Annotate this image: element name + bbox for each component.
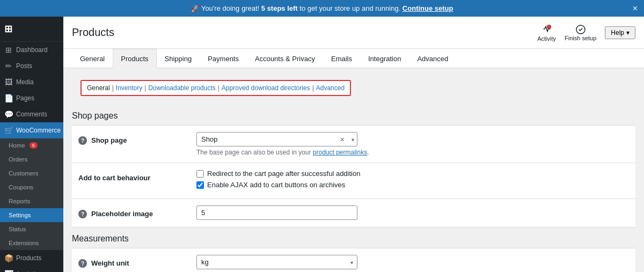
tab-emails[interactable]: Emails <box>323 49 360 68</box>
placeholder-image-value-cell <box>190 199 635 227</box>
add-to-cart-value-cell: Redirect to the cart page after successf… <box>190 163 635 199</box>
wp-icon: ⊞ <box>4 23 12 35</box>
sidebar-item-woocommerce[interactable]: 🛒 WooCommerce <box>0 122 63 138</box>
dashboard-icon: ⊞ <box>4 46 13 54</box>
sidebar-label-settings: Settings <box>9 212 31 218</box>
sidebar-item-home[interactable]: Home 6 <box>0 138 63 152</box>
tab-general[interactable]: General <box>72 49 113 68</box>
section-shop-pages-title: Shop pages <box>72 105 635 126</box>
subtab-approved[interactable]: Approved download directories <box>222 84 310 92</box>
sidebar-item-dashboard[interactable]: ⊞ Dashboard <box>0 42 63 58</box>
placeholder-image-label: Placeholder image <box>91 210 153 218</box>
pages-icon: 📄 <box>4 94 13 102</box>
sidebar-item-status[interactable]: Status <box>0 222 63 236</box>
redirect-checkbox[interactable] <box>196 170 204 178</box>
table-row: ? Shop page Shop × ▾ The <box>72 126 635 163</box>
sidebar-item-comments[interactable]: 💬 Comments <box>0 106 63 122</box>
tab-integration[interactable]: Integration <box>360 49 409 68</box>
tab-products[interactable]: Products <box>113 49 156 68</box>
sidebar-label-comments: Comments <box>16 111 47 118</box>
setup-banner: 🚀 You're doing great! 5 steps left to ge… <box>0 0 644 17</box>
sidebar-item-extensions[interactable]: Extensions <box>0 236 63 250</box>
sidebar-label-extensions: Extensions <box>9 240 39 246</box>
sidebar-label-customers: Customers <box>9 170 39 177</box>
table-row: ? Placeholder image <box>72 199 635 227</box>
product-permalinks-link[interactable]: product permalinks <box>313 149 367 156</box>
checkbox-ajax-row: Enable AJAX add to cart buttons on archi… <box>196 181 629 189</box>
help-label: Help <box>611 29 624 36</box>
tab-advanced[interactable]: Advanced <box>409 49 456 68</box>
comments-icon: 💬 <box>4 110 13 119</box>
continue-setup-link[interactable]: Continue setup <box>402 4 453 12</box>
sidebar-label-woocommerce: WooCommerce <box>16 127 61 134</box>
page-title: Products <box>72 26 114 39</box>
sidebar-item-orders[interactable]: Orders <box>0 152 63 166</box>
settings-tabs: General Products Shipping Payments Accou… <box>63 49 644 68</box>
tab-accounts-privacy[interactable]: Accounts & Privacy <box>247 49 323 68</box>
weight-unit-value-cell: kg g lbs oz ▾ <box>190 248 635 272</box>
sidebar-item-coupons[interactable]: Coupons <box>0 180 63 194</box>
activity-label: Activity <box>537 35 556 42</box>
notification-dot <box>547 25 551 29</box>
ajax-label: Enable AJAX add to cart buttons on archi… <box>207 181 345 189</box>
placeholder-image-input[interactable] <box>196 205 357 220</box>
sidebar-item-media[interactable]: 🖼 Media <box>0 74 63 90</box>
subtab-advanced[interactable]: Advanced <box>316 84 345 92</box>
sidebar-item-pages[interactable]: 📄 Pages <box>0 90 63 106</box>
tab-list: General Products Shipping Payments Accou… <box>72 49 635 68</box>
woocommerce-icon: 🛒 <box>4 126 13 135</box>
tab-shipping[interactable]: Shipping <box>157 49 200 68</box>
sidebar-item-settings[interactable]: Settings <box>0 208 63 222</box>
activity-button[interactable]: Activity <box>537 24 556 42</box>
sidebar-label-status: Status <box>9 226 26 232</box>
topbar-actions: Activity Finish setup Help ▾ <box>537 24 635 42</box>
home-badge: 6 <box>30 142 38 149</box>
weight-unit-label-cell: ? Weight unit <box>72 248 190 272</box>
checkbox-redirect-row: Redirect to the cart page after successf… <box>196 170 629 178</box>
add-to-cart-label-cell: Add to cart behaviour <box>72 163 190 199</box>
tab-payments[interactable]: Payments <box>200 49 247 68</box>
shop-page-label-cell: ? Shop page <box>72 126 190 163</box>
sidebar-label-home: Home <box>9 142 25 149</box>
sidebar-label-posts: Posts <box>16 62 32 70</box>
weight-unit-select[interactable]: kg g lbs oz <box>196 255 357 269</box>
products-icon: 📦 <box>4 254 13 262</box>
shop-pages-table: ? Shop page Shop × ▾ The <box>72 126 635 227</box>
sidebar-item-reports[interactable]: Reports <box>0 194 63 208</box>
sidebar-label-products: Products <box>16 254 41 262</box>
shop-page-select[interactable]: Shop <box>196 132 357 146</box>
banner-close-button[interactable]: × <box>633 4 638 13</box>
ajax-checkbox[interactable] <box>196 181 204 189</box>
measurements-table: ? Weight unit kg g lbs oz ▾ <box>72 248 635 272</box>
select-clear-icon[interactable]: × <box>340 135 345 144</box>
shop-page-label: Shop page <box>91 136 127 144</box>
weight-unit-select-wrapper: kg g lbs oz ▾ <box>196 255 357 269</box>
banner-message: 🚀 You're doing great! 5 steps left to ge… <box>191 4 453 12</box>
sidebar-item-products[interactable]: 📦 Products <box>0 250 63 266</box>
shop-page-help-icon[interactable]: ? <box>78 136 87 145</box>
sidebar-label-coupons: Coupons <box>9 184 33 190</box>
redirect-label: Redirect to the cart page after successf… <box>207 170 360 178</box>
help-button[interactable]: Help ▾ <box>605 26 635 39</box>
sidebar-item-customers[interactable]: Customers <box>0 166 63 180</box>
finish-setup-button[interactable]: Finish setup <box>565 24 596 41</box>
subtabs-wrapper: General | Inventory | Downloadable produ… <box>63 68 644 96</box>
placeholder-image-label-cell: ? Placeholder image <box>72 199 190 227</box>
shop-page-select-wrapper: Shop × ▾ <box>196 132 357 146</box>
sidebar-item-posts[interactable]: ✏ Posts <box>0 58 63 74</box>
weight-unit-help-icon[interactable]: ? <box>78 259 87 268</box>
posts-icon: ✏ <box>4 62 13 70</box>
sidebar-label-dashboard: Dashboard <box>16 46 48 54</box>
add-to-cart-label: Add to cart behaviour <box>78 174 150 182</box>
subtab-inventory[interactable]: Inventory <box>116 84 142 92</box>
settings-content: Shop pages ? Shop page Shop <box>63 96 644 272</box>
table-row: ? Weight unit kg g lbs oz ▾ <box>72 248 635 272</box>
sidebar-item-analytics[interactable]: 📊 Analytics <box>0 266 63 272</box>
subtab-downloadable[interactable]: Downloadable products <box>148 84 215 92</box>
woocommerce-submenu: Home 6 Orders Customers Coupons Reports … <box>0 138 63 250</box>
media-icon: 🖼 <box>4 78 13 86</box>
subtab-general[interactable]: General <box>87 84 110 92</box>
subtab-list: General | Inventory | Downloadable produ… <box>80 80 351 96</box>
sidebar: ⊞ ⊞ Dashboard ✏ Posts 🖼 Media 📄 Pages 💬 … <box>0 17 63 272</box>
placeholder-image-help-icon[interactable]: ? <box>78 210 87 218</box>
